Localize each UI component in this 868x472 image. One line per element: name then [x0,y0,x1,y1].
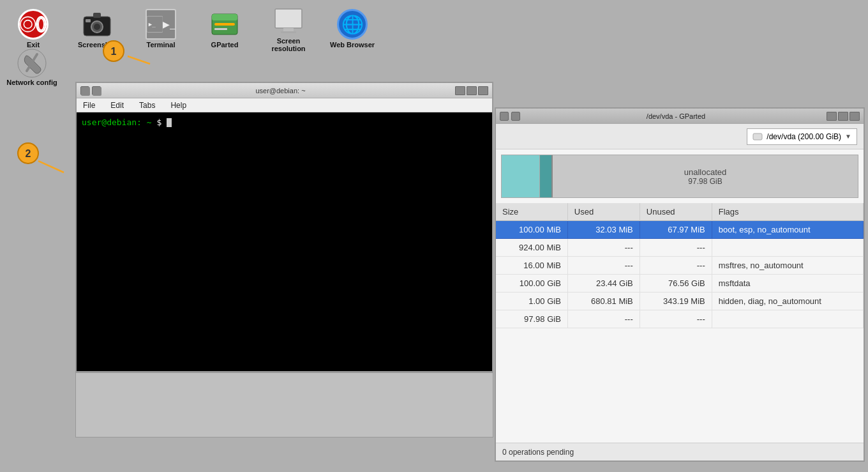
svg-point-5 [94,24,100,30]
network-config-label: Network config [6,79,57,86]
gparted-winbtns [827,112,860,121]
col-unused: Unused [640,203,712,221]
terminal-lower-area [75,372,493,438]
screen-resolution-button[interactable]: Screen resolution [263,5,314,52]
table-cell-used: --- [567,239,640,257]
table-cell-size: 100.00 GiB [496,275,567,293]
table-cell-flags: boot, esp, no_automount [712,221,863,239]
terminal-titlebar: user@debian: ~ [77,83,492,98]
table-row[interactable]: 100.00 MiB32.03 MiB67.97 MiBboot, esp, n… [496,221,864,239]
desktop: Exit Screenshot ▶_ Termina [0,0,868,472]
table-header-row: Size Used Unused Flags [496,203,864,221]
gparted-button[interactable]: GParted [199,9,250,49]
screen-resolution-label: Screen resolution [263,37,314,52]
svg-rect-11 [214,23,235,26]
svg-text:▶_: ▶_ [149,20,156,27]
table-cell-flags: msftdata [712,275,863,293]
svg-rect-16 [281,31,296,33]
table-row[interactable]: 1.00 GiB680.81 MiB343.19 MiBhidden, diag… [496,293,864,310]
table-row[interactable]: 16.00 MiB------msftres, no_automount [496,257,864,275]
web-browser-button[interactable]: Web Browser [327,9,378,49]
svg-rect-6 [86,19,91,22]
table-row[interactable]: 97.98 GiB------ [496,310,864,328]
web-browser-icon [337,9,368,40]
table-cell-used: --- [567,310,640,328]
network-config-button[interactable]: Network config [6,48,57,86]
table-cell-size: 1.00 GiB [496,293,567,310]
terminal-menubar: File Edit Tabs Help [77,98,492,112]
table-cell-used: 680.81 MiB [567,293,640,310]
table-cell-flags: msftres, no_automount [712,257,863,275]
terminal-icon: ▶_ [146,9,176,40]
device-selector-label: /dev/vda (200.00 GiB) [767,132,841,141]
gparted-winbtn-3[interactable] [849,112,860,121]
gparted-minimize-icon[interactable] [511,112,520,121]
terminal-menu-edit[interactable]: Edit [107,100,128,111]
table-row[interactable]: 924.00 MiB------ [496,239,864,257]
partition-bar-teal [540,155,553,197]
terminal-prompt-user: user@debian: [82,118,142,127]
gparted-winbtn-2[interactable] [838,112,848,121]
table-cell-unused: --- [640,310,712,328]
terminal-content[interactable]: user@debian: ~ $ [77,112,492,371]
svg-rect-10 [212,14,237,20]
screenshot-icon [82,9,112,40]
svg-rect-15 [283,28,294,31]
terminal-minimize-icon[interactable] [92,86,101,95]
svg-line-24 [38,161,64,172]
col-used: Used [567,203,640,221]
terminal-winbtns [455,86,488,95]
device-selector-disk-icon [752,132,763,142]
svg-point-0 [20,17,35,31]
terminal-winbtn-2[interactable] [467,86,477,95]
gparted-label: GParted [211,41,239,49]
table-cell-flags [712,310,863,328]
gparted-icon [209,9,240,40]
gparted-titlebar: /dev/vda - GParted [496,109,864,124]
partition-table-container: Size Used Unused Flags 100.00 MiB32.03 M… [496,203,864,328]
launcher-bar: Exit Screenshot ▶_ Termina [0,0,385,57]
svg-rect-12 [214,28,227,30]
svg-rect-3 [93,13,101,18]
col-flags: Flags [712,203,863,221]
web-browser-label: Web Browser [330,41,375,49]
terminal-window: user@debian: ~ File Edit Tabs Help user@… [75,82,493,372]
exit-button[interactable]: Exit [8,9,59,49]
table-row[interactable]: 100.00 GiB23.44 GiB76.56 GiBmsftdata [496,275,864,293]
gparted-close-icon[interactable] [500,112,509,121]
svg-text:2: 2 [26,148,31,159]
terminal-winbtn-3[interactable] [478,86,488,95]
svg-rect-25 [81,87,90,96]
gparted-window: /dev/vda - GParted /dev/vda (200.00 GiB)… [495,107,865,462]
network-config-icon [17,48,47,79]
table-cell-unused: 343.19 MiB [640,293,712,310]
gparted-toolbar: /dev/vda (200.00 GiB) ▼ [496,124,864,149]
svg-rect-27 [753,133,762,140]
terminal-menu-tabs[interactable]: Tabs [135,100,159,111]
terminal-menu-help[interactable]: Help [167,100,190,111]
exit-icon [18,9,49,40]
terminal-menu-file[interactable]: File [79,100,99,111]
device-selector[interactable]: /dev/vda (200.00 GiB) ▼ [747,128,857,145]
partition-bar-unallocated: unallocated 97.98 GiB [553,155,858,197]
terminal-close-icon[interactable] [80,86,89,95]
gparted-title: /dev/vda - GParted [525,112,827,120]
svg-point-22 [18,143,38,164]
table-cell-unused: --- [640,239,712,257]
table-cell-unused: 76.56 GiB [640,275,712,293]
screenshot-button[interactable]: Screenshot [71,9,123,49]
table-cell-flags [712,239,863,257]
screenshot-label: Screenshot [78,41,116,49]
svg-rect-13 [275,9,302,28]
unallocated-label: unallocated [684,167,727,177]
gparted-winbtn-1[interactable] [827,112,837,121]
terminal-button[interactable]: ▶_ Terminal [135,9,186,49]
table-cell-used: --- [567,257,640,275]
table-cell-used: 23.44 GiB [567,275,640,293]
table-cell-used: 32.03 MiB [567,221,640,239]
device-selector-arrow: ▼ [845,133,851,140]
terminal-winbtn-1[interactable] [455,86,465,95]
table-cell-size: 16.00 MiB [496,257,567,275]
terminal-cursor [167,118,172,127]
terminal-label: Terminal [146,41,175,49]
